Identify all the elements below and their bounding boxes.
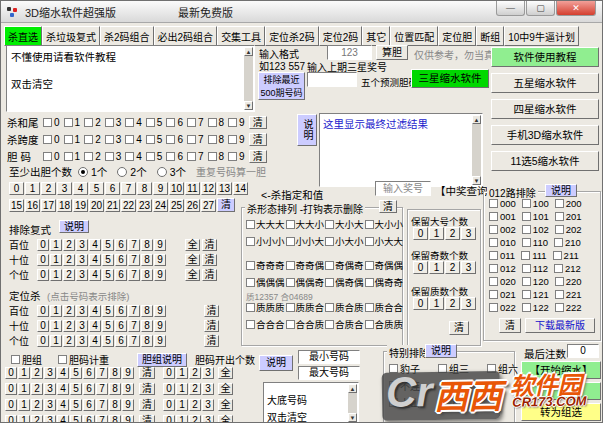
clear-button[interactable]: 清 <box>249 150 267 163</box>
danzu-count-button[interactable]: 1 <box>176 399 188 411</box>
start-shrink-button[interactable]: 【开始缩水】 <box>521 361 601 379</box>
pattern-checkbox[interactable]: 合质质 <box>365 317 404 331</box>
tab-plan-10of9[interactable]: 10中9牛逼计划 <box>504 26 579 46</box>
all-button[interactable]: 全 <box>185 239 200 251</box>
sum-value-button[interactable]: 7 <box>121 182 136 195</box>
sum-value-button[interactable]: 22 <box>121 199 136 212</box>
poskill-digit-button[interactable]: 3 <box>76 335 88 347</box>
poskill-digit-button[interactable]: 7 <box>128 320 140 332</box>
danzu-digit-button[interactable]: 8 <box>109 415 121 423</box>
danzu-group-checkbox[interactable]: 胆组 <box>11 352 42 367</box>
fushi-digit-button[interactable]: 8 <box>141 254 153 266</box>
poskill-digit-button[interactable]: 6 <box>115 335 127 347</box>
fushi-digit-button[interactable]: 0 <box>37 269 49 281</box>
danzu-digit-button[interactable]: 0 <box>5 383 17 395</box>
pattern-checkbox[interactable]: 偶奇偶 <box>325 275 364 289</box>
exclude-recent-button[interactable]: 排除最近500期号码 <box>258 72 305 100</box>
sum-value-button[interactable]: 20 <box>89 199 104 212</box>
fushi-digit-button[interactable]: 6 <box>115 254 127 266</box>
route-checkbox[interactable]: 002 <box>489 224 516 235</box>
fushi-digit-button[interactable]: 2 <box>63 239 75 251</box>
danzu-digit-button[interactable]: 6 <box>83 399 95 411</box>
tutorial-button[interactable]: 软件使用教程 <box>491 47 599 67</box>
keep-big-count-button[interactable]: 1 <box>429 227 444 240</box>
dan-code-checkbox[interactable]: 9 <box>228 151 245 162</box>
dan-code-checkbox[interactable]: 0 <box>43 151 60 162</box>
five-star-shrink-button[interactable]: 五星缩水软件 <box>491 73 599 93</box>
keep-big-count-button[interactable]: 2 <box>445 227 460 240</box>
tab-intersection-tool[interactable]: 交集工具 <box>217 26 265 46</box>
poskill-digit-button[interactable]: 4 <box>89 320 101 332</box>
poskill-digit-button[interactable]: 6 <box>115 305 127 317</box>
danzu-count-button[interactable]: 0 <box>163 415 175 423</box>
fushi-digit-button[interactable]: 0 <box>37 239 49 251</box>
sum-value-button[interactable]: 17 <box>41 199 56 212</box>
poskill-digit-button[interactable]: 5 <box>102 320 114 332</box>
dan-code-checkbox[interactable]: 1 <box>64 151 81 162</box>
danzu-count-button[interactable]: 3 <box>202 367 214 379</box>
fushi-digit-button[interactable]: 7 <box>128 254 140 266</box>
sum-value-button[interactable]: 6 <box>105 182 120 195</box>
route-checkbox[interactable]: 000 <box>489 198 516 209</box>
danzu-digit-button[interactable]: 5 <box>70 415 82 423</box>
clear-button[interactable]: 清 <box>204 305 219 317</box>
danzu-digit-button[interactable]: 5 <box>70 383 82 395</box>
mobile-3d-shrink-button[interactable]: 手机3D缩水软件 <box>491 125 599 145</box>
poskill-digit-button[interactable]: 0 <box>37 320 49 332</box>
pool-textarea[interactable]: 大底号码 双击清空 ▲ ▼ <box>263 382 359 423</box>
poskill-digit-button[interactable]: 4 <box>89 305 101 317</box>
route-checkbox[interactable]: 020 <box>489 276 516 287</box>
prize-input[interactable]: 输入奖号 <box>375 181 431 196</box>
sum-value-button[interactable]: 8 <box>137 182 152 195</box>
clear-button[interactable]: 清 <box>139 415 155 423</box>
keep-odd-count-button[interactable]: 2 <box>445 261 460 274</box>
fushi-digit-button[interactable]: 1 <box>50 269 62 281</box>
pattern-checkbox[interactable]: 偶奇奇 <box>365 275 404 289</box>
danzu-digit-button[interactable]: 3 <box>44 399 56 411</box>
poskill-digit-button[interactable]: 9 <box>154 335 166 347</box>
clear-button[interactable]: 清 <box>139 399 155 411</box>
tab-other[interactable]: 其它 <box>362 26 390 46</box>
clear-button[interactable]: 清 <box>139 367 155 379</box>
kill-sum-tail-checkbox[interactable]: 4 <box>125 117 142 128</box>
route-checkbox[interactable]: 100 <box>522 198 549 209</box>
danzu-count-button[interactable]: 2 <box>189 399 201 411</box>
fushi-digit-button[interactable]: 9 <box>154 239 166 251</box>
pattern-checkbox[interactable]: 小大小 <box>325 234 364 248</box>
poskill-digit-button[interactable]: 1 <box>50 320 62 332</box>
special-checkbox[interactable]: 下山 <box>438 395 469 410</box>
danzu-digit-button[interactable]: 5 <box>70 367 82 379</box>
pool-scrollbar[interactable]: ▲ ▼ <box>348 384 357 422</box>
route-checkbox[interactable]: 210 <box>554 237 581 248</box>
tab-duan-zu[interactable]: 断组 <box>476 26 504 46</box>
sum-value-button[interactable]: 2 <box>41 182 56 195</box>
fushi-digit-button[interactable]: 3 <box>76 254 88 266</box>
fushi-digit-button[interactable]: 4 <box>89 239 101 251</box>
danzu-digit-button[interactable]: 2 <box>31 367 43 379</box>
route-help-button[interactable]: 说明 <box>545 184 577 197</box>
clear-button[interactable]: 清 <box>204 335 219 347</box>
danzu-digit-button[interactable]: 6 <box>83 367 95 379</box>
sum-value-button[interactable]: 19 <box>73 199 88 212</box>
clear-button[interactable]: 清 <box>202 254 217 266</box>
danzu-digit-button[interactable]: 1 <box>18 383 30 395</box>
keep-prime-count-button[interactable]: 2 <box>445 297 460 310</box>
fushi-digit-button[interactable]: 5 <box>102 239 114 251</box>
radio-two-dan[interactable]: 2个 <box>117 164 146 179</box>
danzu-digit-button[interactable]: 9 <box>122 367 134 379</box>
danzu-digit-button[interactable]: 7 <box>96 383 108 395</box>
special-checkbox[interactable]: 组六 <box>487 361 518 376</box>
danzu-digit-button[interactable]: 5 <box>70 399 82 411</box>
sum-value-button[interactable]: 0 <box>9 182 24 195</box>
scroll-down-icon[interactable]: ▼ <box>348 413 357 422</box>
sum-value-button[interactable]: 1 <box>25 182 40 195</box>
clear-button[interactable]: 清 <box>249 133 267 146</box>
kill-span-checkbox[interactable]: 3 <box>105 134 122 145</box>
danzu-digit-button[interactable]: 9 <box>122 383 134 395</box>
kill-sum-tail-checkbox[interactable]: 8 <box>208 117 225 128</box>
danzu-digit-button[interactable]: 6 <box>83 383 95 395</box>
poskill-digit-button[interactable]: 6 <box>115 320 127 332</box>
all-button[interactable]: 全 <box>185 254 200 266</box>
close-button[interactable]: ✕ <box>556 1 596 16</box>
special-checkbox[interactable]: 组三 <box>438 361 469 376</box>
